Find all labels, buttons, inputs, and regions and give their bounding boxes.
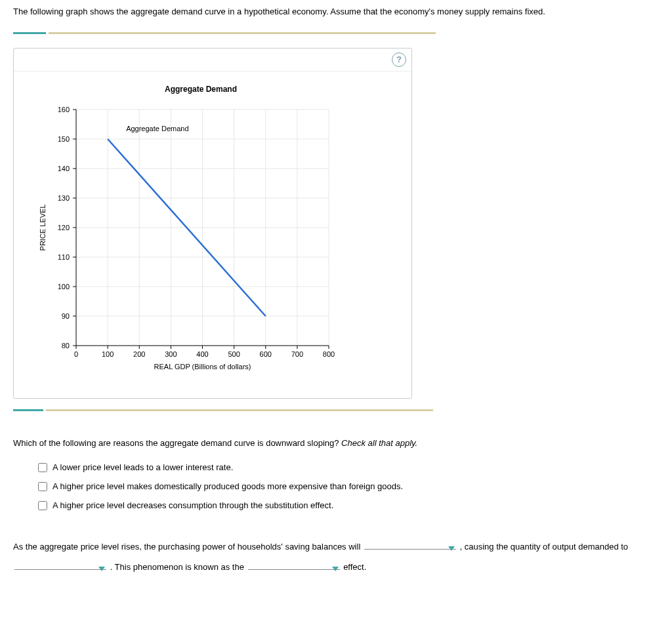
divider-bottom [13, 409, 433, 413]
option-label: A higher price level makes domestically … [52, 481, 403, 491]
svg-text:REAL GDP (Billions of dollars): REAL GDP (Billions of dollars) [154, 363, 251, 371]
svg-text:90: 90 [62, 312, 70, 320]
svg-text:500: 500 [228, 350, 240, 358]
svg-text:800: 800 [323, 350, 335, 358]
chart-header: ? [14, 49, 411, 71]
svg-text:160: 160 [58, 106, 70, 113]
intro-text: The following graph shows the aggregate … [13, 7, 659, 16]
fill-part4: effect. [343, 562, 366, 572]
svg-text:Aggregate Demand: Aggregate Demand [126, 125, 188, 132]
svg-text:100: 100 [102, 350, 114, 358]
svg-text:400: 400 [196, 350, 208, 358]
option-label: A higher price level decreases consumpti… [52, 500, 333, 510]
svg-text:200: 200 [133, 350, 145, 358]
option-checkbox-0[interactable] [38, 463, 47, 472]
fill-part1: As the aggregate price level rises, the … [13, 542, 363, 552]
chart-title: Aggregate Demand [73, 85, 329, 94]
question-prompt: Which of the following are reasons the a… [13, 438, 659, 448]
question-prompt-hint: Check all that apply. [341, 438, 417, 448]
question-block: Which of the following are reasons the a… [13, 438, 659, 510]
option-label: A lower price level leads to a lower int… [52, 462, 233, 472]
divider-top [13, 32, 659, 36]
svg-text:130: 130 [58, 194, 70, 202]
svg-text:PRICE LEVEL: PRICE LEVEL [39, 205, 47, 251]
chevron-down-icon[interactable] [332, 567, 339, 571]
dropdown-blank-1[interactable] [364, 549, 456, 550]
dropdown-blank-2[interactable] [14, 569, 106, 570]
svg-text:120: 120 [58, 224, 70, 231]
svg-text:140: 140 [58, 165, 70, 172]
options-list: A lower price level leads to a lower int… [38, 462, 659, 510]
help-icon[interactable]: ? [392, 52, 406, 67]
chevron-down-icon[interactable] [98, 567, 105, 571]
question-prompt-main: Which of the following are reasons the a… [13, 438, 341, 448]
svg-text:700: 700 [291, 350, 303, 358]
svg-text:100: 100 [58, 283, 70, 291]
option-checkbox-2[interactable] [38, 501, 47, 510]
svg-text:600: 600 [260, 350, 272, 358]
svg-text:0: 0 [74, 350, 78, 358]
option-checkbox-1[interactable] [38, 482, 47, 491]
option-row: A lower price level leads to a lower int… [38, 462, 659, 472]
svg-text:80: 80 [62, 342, 70, 350]
svg-text:150: 150 [58, 135, 70, 143]
dropdown-blank-3[interactable] [248, 569, 340, 570]
svg-text:300: 300 [165, 350, 177, 358]
fill-part3: . This phenomenon is known as the [110, 562, 247, 572]
fill-in-block: As the aggregate price level rises, the … [13, 536, 659, 577]
option-row: A higher price level makes domestically … [38, 481, 659, 491]
chart-card: ? Aggregate Demand 010020030040050060070… [13, 48, 412, 399]
fill-part2: , causing the quantity of output demande… [460, 542, 629, 552]
aggregate-demand-chart: 0100200300400500600700800809010011012013… [33, 103, 342, 378]
option-row: A higher price level decreases consumpti… [38, 500, 659, 510]
chevron-down-icon[interactable] [448, 546, 455, 551]
svg-text:110: 110 [58, 253, 70, 261]
